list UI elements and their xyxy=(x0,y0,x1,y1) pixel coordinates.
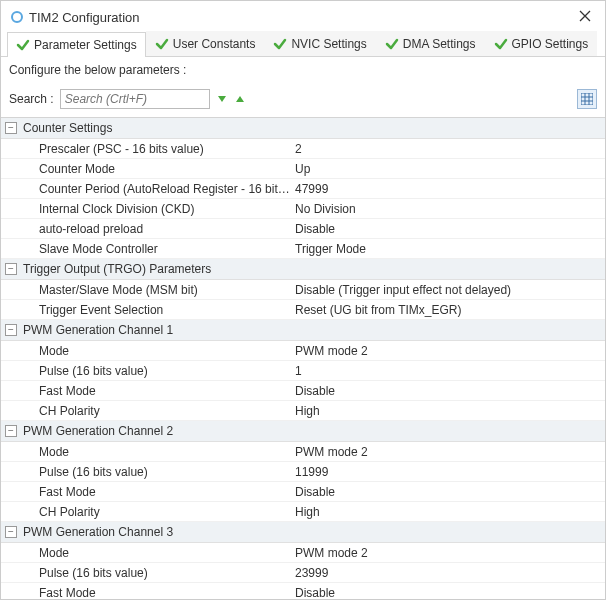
param-value[interactable]: 2 xyxy=(291,142,605,156)
check-icon xyxy=(385,37,399,51)
param-label: Fast Mode xyxy=(1,384,291,398)
param-value[interactable]: 1 xyxy=(291,364,605,378)
section-header[interactable]: −PWM Generation Channel 1 xyxy=(1,320,605,341)
search-next-button[interactable] xyxy=(216,93,228,105)
section-header[interactable]: −PWM Generation Channel 3 xyxy=(1,522,605,543)
param-value[interactable]: Disable (Trigger input effect not delaye… xyxy=(291,283,605,297)
param-value[interactable]: Disable xyxy=(291,222,605,236)
app-icon xyxy=(11,11,23,23)
table-row[interactable]: ModePWM mode 2 xyxy=(1,442,605,462)
param-label: Counter Mode xyxy=(1,162,291,176)
collapse-icon[interactable]: − xyxy=(5,324,17,336)
table-row[interactable]: Master/Slave Mode (MSM bit)Disable (Trig… xyxy=(1,280,605,300)
tab-label: Parameter Settings xyxy=(34,38,137,52)
tab-label: DMA Settings xyxy=(403,37,476,51)
param-value[interactable]: Trigger Mode xyxy=(291,242,605,256)
table-row[interactable]: Counter Period (AutoReload Register - 16… xyxy=(1,179,605,199)
param-label: Mode xyxy=(1,445,291,459)
window-title: TIM2 Configuration xyxy=(29,10,575,25)
search-prev-button[interactable] xyxy=(234,93,246,105)
table-row[interactable]: ModePWM mode 2 xyxy=(1,543,605,563)
param-label: Fast Mode xyxy=(1,485,291,499)
section-header[interactable]: −PWM Generation Channel 2 xyxy=(1,421,605,442)
table-row[interactable]: Slave Mode ControllerTrigger Mode xyxy=(1,239,605,259)
param-value[interactable]: Up xyxy=(291,162,605,176)
search-label: Search : xyxy=(9,92,54,106)
param-value[interactable]: High xyxy=(291,505,605,519)
param-label: Counter Period (AutoReload Register - 16… xyxy=(1,182,291,196)
table-row[interactable]: Prescaler (PSC - 16 bits value)2 xyxy=(1,139,605,159)
param-value[interactable]: PWM mode 2 xyxy=(291,344,605,358)
table-row[interactable]: Fast ModeDisable xyxy=(1,381,605,401)
tab-label: GPIO Settings xyxy=(512,37,589,51)
param-value[interactable]: PWM mode 2 xyxy=(291,546,605,560)
param-label: Pulse (16 bits value) xyxy=(1,566,291,580)
section-header[interactable]: −Trigger Output (TRGO) Parameters xyxy=(1,259,605,280)
table-row[interactable]: CH PolarityHigh xyxy=(1,502,605,522)
close-button[interactable] xyxy=(575,9,595,25)
param-label: CH Polarity xyxy=(1,404,291,418)
param-value[interactable]: Disable xyxy=(291,384,605,398)
param-value[interactable]: Disable xyxy=(291,586,605,600)
table-row[interactable]: Trigger Event SelectionReset (UG bit fro… xyxy=(1,300,605,320)
param-value[interactable]: 23999 xyxy=(291,566,605,580)
table-row[interactable]: Internal Clock Division (CKD)No Division xyxy=(1,199,605,219)
instruction-text: Configure the below parameters : xyxy=(1,57,605,83)
check-icon xyxy=(494,37,508,51)
section-title: PWM Generation Channel 3 xyxy=(23,525,173,539)
tab-user-constants[interactable]: User Constants xyxy=(146,31,265,56)
svg-rect-0 xyxy=(581,93,593,105)
param-value[interactable]: 11999 xyxy=(291,465,605,479)
collapse-icon[interactable]: − xyxy=(5,526,17,538)
table-row[interactable]: Pulse (16 bits value)11999 xyxy=(1,462,605,482)
section-title: PWM Generation Channel 1 xyxy=(23,323,173,337)
param-label: Mode xyxy=(1,546,291,560)
param-label: Pulse (16 bits value) xyxy=(1,465,291,479)
param-value[interactable]: 47999 xyxy=(291,182,605,196)
param-value[interactable]: Disable xyxy=(291,485,605,499)
param-label: auto-reload preload xyxy=(1,222,291,236)
tab-bar: Parameter Settings User Constants NVIC S… xyxy=(1,31,605,57)
check-icon xyxy=(16,38,30,52)
titlebar: TIM2 Configuration xyxy=(1,1,605,31)
search-bar: Search : xyxy=(1,83,605,117)
param-label: Internal Clock Division (CKD) xyxy=(1,202,291,216)
tab-label: User Constants xyxy=(173,37,256,51)
check-icon xyxy=(273,37,287,51)
param-label: Prescaler (PSC - 16 bits value) xyxy=(1,142,291,156)
tab-parameter-settings[interactable]: Parameter Settings xyxy=(7,32,146,57)
table-row[interactable]: Fast ModeDisable xyxy=(1,482,605,502)
tab-label: NVIC Settings xyxy=(291,37,366,51)
table-row[interactable]: ModePWM mode 2 xyxy=(1,341,605,361)
table-row[interactable]: Counter ModeUp xyxy=(1,159,605,179)
collapse-icon[interactable]: − xyxy=(5,263,17,275)
check-icon xyxy=(155,37,169,51)
param-label: Pulse (16 bits value) xyxy=(1,364,291,378)
param-value[interactable]: Reset (UG bit from TIMx_EGR) xyxy=(291,303,605,317)
table-row[interactable]: CH PolarityHigh xyxy=(1,401,605,421)
param-label: Slave Mode Controller xyxy=(1,242,291,256)
param-value[interactable]: High xyxy=(291,404,605,418)
table-row[interactable]: auto-reload preloadDisable xyxy=(1,219,605,239)
table-row[interactable]: Pulse (16 bits value)23999 xyxy=(1,563,605,583)
table-row[interactable]: Fast ModeDisable xyxy=(1,583,605,600)
section-title: Trigger Output (TRGO) Parameters xyxy=(23,262,211,276)
collapse-icon[interactable]: − xyxy=(5,122,17,134)
param-value[interactable]: PWM mode 2 xyxy=(291,445,605,459)
param-label: CH Polarity xyxy=(1,505,291,519)
param-label: Trigger Event Selection xyxy=(1,303,291,317)
param-label: Master/Slave Mode (MSM bit) xyxy=(1,283,291,297)
table-row[interactable]: Pulse (16 bits value)1 xyxy=(1,361,605,381)
tab-nvic-settings[interactable]: NVIC Settings xyxy=(264,31,375,56)
section-title: Counter Settings xyxy=(23,121,112,135)
section-header[interactable]: −Counter Settings xyxy=(1,118,605,139)
collapse-icon[interactable]: − xyxy=(5,425,17,437)
tab-gpio-settings[interactable]: GPIO Settings xyxy=(485,31,598,56)
param-label: Mode xyxy=(1,344,291,358)
param-value[interactable]: No Division xyxy=(291,202,605,216)
search-input[interactable] xyxy=(60,89,210,109)
section-title: PWM Generation Channel 2 xyxy=(23,424,173,438)
tab-dma-settings[interactable]: DMA Settings xyxy=(376,31,485,56)
parameter-table[interactable]: −Counter SettingsPrescaler (PSC - 16 bit… xyxy=(1,117,605,600)
grid-view-button[interactable] xyxy=(577,89,597,109)
